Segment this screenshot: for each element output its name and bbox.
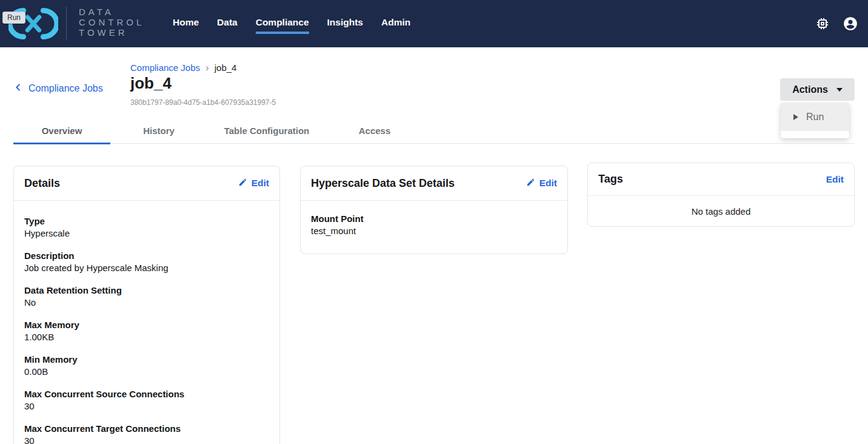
tags-card: Tags Edit No tags added — [587, 163, 855, 227]
nav-item-admin[interactable]: Admin — [381, 13, 410, 34]
tags-card-header: Tags Edit — [588, 163, 854, 196]
account-circle-icon[interactable] — [843, 16, 858, 32]
back-link-label: Compliance Jobs — [28, 83, 103, 94]
breadcrumb-parent-link[interactable]: Compliance Jobs — [130, 62, 200, 73]
chevron-down-icon — [836, 88, 843, 92]
top-navbar: DATA CONTROL TOWER Home Data Compliance … — [0, 0, 868, 47]
run-tooltip: Run — [2, 12, 25, 24]
chevron-left-icon — [13, 82, 23, 95]
chip-icon[interactable] — [815, 16, 830, 32]
nav-item-data[interactable]: Data — [217, 13, 238, 34]
field-max-memory: Max Memory 1.00KB — [24, 318, 269, 343]
field-type: Type Hyperscale — [24, 215, 269, 240]
brand-line-1: DATA — [79, 7, 144, 17]
tags-card-title: Tags — [598, 173, 623, 186]
actions-dropdown-menu: Run — [781, 103, 849, 138]
tab-overview[interactable]: Overview — [13, 116, 110, 144]
tags-edit-button[interactable]: Edit — [826, 174, 844, 185]
main-nav: Home Data Compliance Insights Admin — [173, 0, 410, 47]
details-card-body: Type Hyperscale Description Job created … — [14, 201, 279, 444]
breadcrumb-separator-icon: › — [205, 63, 209, 72]
hyperscale-edit-label: Edit — [539, 178, 557, 189]
pencil-icon — [238, 178, 247, 189]
details-card-title: Details — [24, 177, 60, 190]
field-mount-point: Mount Point test_mount — [311, 212, 557, 237]
breadcrumb-current: job_4 — [215, 62, 237, 73]
nav-item-insights[interactable]: Insights — [327, 13, 363, 34]
hyperscale-edit-button[interactable]: Edit — [526, 178, 557, 189]
hyperscale-card-header: Hyperscale Data Set Details Edit — [301, 166, 567, 201]
play-triangle-icon — [793, 114, 798, 120]
tab-history[interactable]: History — [110, 116, 207, 144]
page-title: job_4 — [130, 74, 172, 93]
tags-empty-text: No tags added — [588, 196, 854, 227]
hyperscale-data-set-card: Hyperscale Data Set Details Edit Mount P… — [300, 166, 568, 254]
details-edit-button[interactable]: Edit — [238, 178, 269, 189]
brand-wordmark: DATA CONTROL TOWER — [79, 7, 144, 38]
back-link-compliance-jobs[interactable]: Compliance Jobs — [13, 82, 103, 95]
details-card: Details Edit Type Hyperscale Description… — [13, 166, 280, 444]
menu-item-run-label: Run — [806, 112, 824, 123]
job-id: 380b1797-89a0-4d75-a1b4-607935a31997-5 — [130, 98, 276, 107]
field-description: Description Job created by Hyperscale Ma… — [24, 249, 269, 274]
field-max-concurrent-source-connections: Max Concurrent Source Connections 30 — [24, 388, 269, 412]
nav-item-compliance[interactable]: Compliance — [256, 13, 309, 34]
menu-item-run[interactable]: Run — [781, 103, 849, 131]
hyperscale-card-title: Hyperscale Data Set Details — [311, 177, 455, 190]
pencil-icon — [526, 178, 535, 189]
brand-line-2: CONTROL — [79, 17, 144, 27]
actions-button-label: Actions — [792, 84, 828, 95]
breadcrumb: Compliance Jobs › job_4 — [130, 62, 236, 73]
field-min-memory: Min Memory 0.00B — [24, 353, 269, 378]
tab-access[interactable]: Access — [326, 116, 423, 144]
hyperscale-card-body: Mount Point test_mount — [301, 201, 567, 237]
brand-divider — [66, 7, 67, 41]
field-data-retention-setting: Data Retention Setting No — [24, 284, 269, 309]
tab-bar: Overview History Table Configuration Acc… — [13, 116, 855, 144]
details-card-header: Details Edit — [14, 166, 279, 201]
nav-item-home[interactable]: Home — [173, 13, 199, 34]
actions-button[interactable]: Actions — [780, 78, 855, 101]
details-edit-label: Edit — [252, 178, 269, 189]
brand-line-3: TOWER — [79, 27, 144, 38]
tags-edit-label: Edit — [826, 174, 844, 185]
field-max-concurrent-target-connections: Max Concurrent Target Connections 30 — [24, 422, 269, 444]
tab-table-configuration[interactable]: Table Configuration — [207, 116, 326, 144]
navbar-right-icons — [815, 0, 861, 47]
